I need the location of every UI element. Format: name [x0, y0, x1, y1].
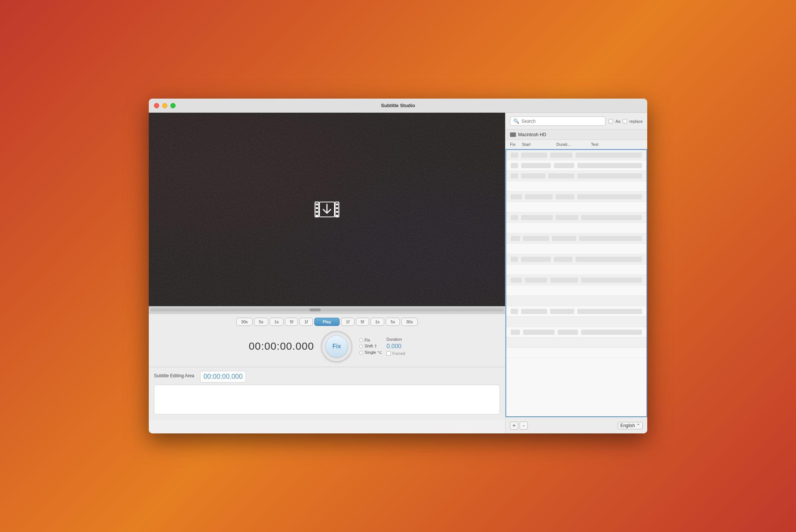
- table-row[interactable]: [506, 212, 646, 223]
- table-row[interactable]: [506, 181, 646, 192]
- scrollbar-thumb[interactable]: [309, 308, 321, 311]
- table-row[interactable]: [506, 150, 646, 160]
- single-radio[interactable]: [359, 351, 363, 355]
- fix-radio[interactable]: [359, 338, 363, 342]
- table-row[interactable]: [506, 337, 646, 348]
- subtitle-text-input[interactable]: [154, 385, 500, 414]
- row-text-cell: [579, 236, 642, 241]
- row-text-cell: [577, 173, 642, 179]
- row-start-cell: [521, 173, 545, 179]
- forced-check[interactable]: [386, 351, 391, 356]
- col-header-text: Text: [591, 142, 643, 147]
- minimize-button[interactable]: [162, 103, 167, 108]
- scrollbar-track[interactable]: [150, 308, 504, 311]
- table-row[interactable]: [506, 327, 646, 337]
- shift-radio-item[interactable]: Shift ⇧: [359, 344, 382, 349]
- search-input-wrap[interactable]: 🔍: [510, 116, 606, 126]
- table-row[interactable]: [506, 171, 646, 181]
- search-input[interactable]: [521, 119, 602, 124]
- knob-ring: Fix: [321, 331, 352, 362]
- row-fix-cell: [511, 278, 522, 283]
- main-window: Subtitle Studio: [149, 99, 647, 433]
- row-start-cell: [523, 236, 549, 241]
- row-fix-cell: [511, 153, 518, 158]
- table-row[interactable]: [506, 254, 646, 265]
- col-header-fix: Fix: [510, 142, 522, 147]
- table-row[interactable]: [506, 223, 646, 233]
- fwd-30s-button[interactable]: 30s: [401, 318, 418, 326]
- table-row[interactable]: [506, 265, 646, 275]
- svg-rect-6: [336, 203, 338, 205]
- fix-radio-item[interactable]: Fix: [359, 338, 382, 342]
- right-panel-bottom-bar: + - English ⌃: [505, 417, 647, 433]
- table-row[interactable]: [506, 160, 646, 171]
- replace-checkbox[interactable]: [623, 119, 627, 124]
- row-text-cell: [577, 194, 642, 199]
- back-30s-button[interactable]: 30s: [236, 318, 253, 326]
- fwd-5s-button[interactable]: 5s: [386, 318, 400, 326]
- duration-value: 0.000: [386, 343, 401, 350]
- forced-checkbox[interactable]: Forced: [386, 351, 405, 356]
- row-text-cell: [575, 257, 642, 262]
- replace-label: replace: [629, 119, 643, 124]
- table-row[interactable]: [506, 202, 646, 212]
- svg-rect-2: [316, 203, 318, 205]
- transport-controls: 30s 5s 1s 5f 1f Play 1f 5f 1s 5s 30s 00:…: [149, 314, 505, 367]
- transport-buttons: 30s 5s 1s 5f 1f Play 1f 5f 1s 5s 30s: [154, 318, 500, 326]
- video-scrollbar[interactable]: [149, 306, 505, 314]
- back-5f-button[interactable]: 5f: [285, 318, 298, 326]
- table-row[interactable]: [506, 348, 646, 358]
- row-dur-cell: [554, 257, 572, 262]
- fwd-1f-button[interactable]: 1f: [341, 318, 354, 326]
- chevron-icon: ⌃: [636, 423, 640, 428]
- back-1s-button[interactable]: 1s: [270, 318, 284, 326]
- language-selector[interactable]: English ⌃: [618, 422, 643, 429]
- search-bar: 🔍 Aa replace: [505, 113, 647, 130]
- row-fix-cell: [511, 309, 518, 314]
- back-1f-button[interactable]: 1f: [299, 318, 312, 326]
- table-row[interactable]: [506, 296, 646, 306]
- row-text-cell: [575, 153, 642, 158]
- table-row[interactable]: [506, 244, 646, 254]
- single-radio-label: Single ⌥: [365, 350, 382, 355]
- fix-knob-button[interactable]: Fix: [325, 335, 348, 358]
- table-row[interactable]: [506, 306, 646, 317]
- col-header-start: Start: [522, 142, 556, 147]
- row-text-cell: [577, 309, 642, 314]
- row-start-cell: [521, 153, 547, 158]
- titlebar: Subtitle Studio: [149, 99, 647, 113]
- subtitle-timecode[interactable]: 00:00:00.000: [200, 371, 246, 382]
- table-row[interactable]: [506, 233, 646, 244]
- remove-subtitle-button[interactable]: -: [520, 422, 528, 430]
- knob-area[interactable]: Fix: [320, 330, 353, 363]
- search-icon: 🔍: [513, 118, 519, 124]
- macintosh-hd-label: Macintosh HD: [518, 132, 546, 137]
- row-start-cell: [521, 215, 553, 220]
- aa-label: Aa: [615, 119, 620, 124]
- table-row[interactable]: [506, 275, 646, 285]
- table-row[interactable]: [506, 317, 646, 327]
- svg-rect-4: [316, 211, 318, 213]
- row-fix-cell: [511, 163, 518, 168]
- aa-checkbox[interactable]: [609, 119, 613, 124]
- row-dur-cell: [552, 236, 576, 241]
- subtitle-list[interactable]: [505, 149, 647, 417]
- svg-rect-5: [316, 215, 318, 217]
- fullscreen-button[interactable]: [170, 103, 176, 108]
- row-start-cell: [525, 278, 547, 283]
- close-button[interactable]: [154, 103, 159, 108]
- back-5s-button[interactable]: 5s: [254, 318, 268, 326]
- shift-radio[interactable]: [359, 344, 363, 348]
- fwd-1s-button[interactable]: 1s: [370, 318, 385, 326]
- right-controls: Fix Shift ⇧ Single ⌥: [359, 337, 405, 356]
- table-row[interactable]: [506, 285, 646, 296]
- search-options: Aa replace: [609, 119, 643, 124]
- add-subtitle-button[interactable]: +: [510, 422, 518, 430]
- single-radio-item[interactable]: Single ⌥: [359, 350, 382, 355]
- row-dur-cell: [558, 330, 578, 335]
- row-fix-cell: [511, 236, 520, 241]
- table-row[interactable]: [506, 192, 646, 202]
- fwd-5f-button[interactable]: 5f: [356, 318, 369, 326]
- duration-section: Duration 0.000 Forced: [386, 337, 405, 356]
- play-button[interactable]: Play: [314, 318, 340, 326]
